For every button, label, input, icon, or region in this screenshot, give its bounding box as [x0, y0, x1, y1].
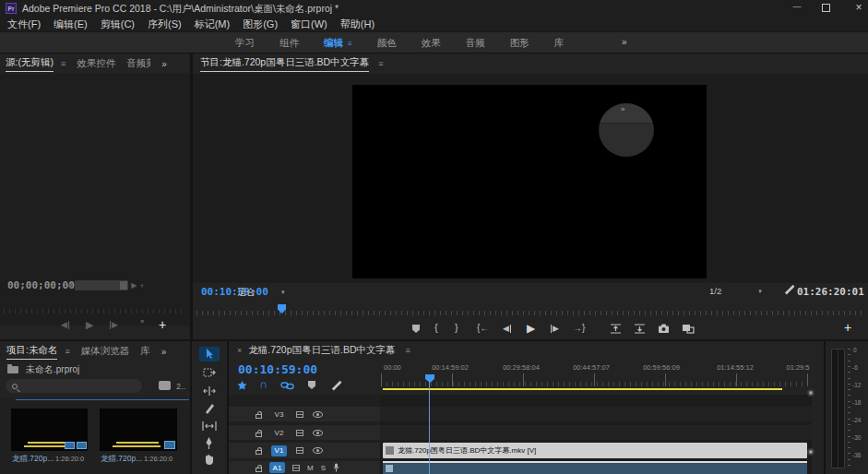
- program-settings-wrench-icon[interactable]: [783, 284, 795, 296]
- add-marker-button-icon[interactable]: [412, 325, 420, 333]
- track-lock-icon[interactable]: [256, 414, 262, 419]
- sync-lock-icon[interactable]: [292, 465, 300, 471]
- tab-source[interactable]: 源:(无剪辑): [6, 56, 54, 72]
- track-output-eye-icon[interactable]: [313, 430, 323, 436]
- breadcrumb-label[interactable]: 未命名.prproj: [26, 363, 79, 376]
- timeline-playhead-line[interactable]: [429, 382, 430, 474]
- track-lock-icon[interactable]: [256, 450, 262, 455]
- export-frame-camera-icon[interactable]: [658, 324, 670, 334]
- program-panel-menu-icon[interactable]: ≡: [378, 59, 383, 68]
- source-transport-overflow-icon[interactable]: »: [140, 317, 144, 326]
- program-zoom-select[interactable]: 适合 ▾: [237, 286, 285, 299]
- slip-tool[interactable]: [202, 421, 217, 432]
- play-button-icon[interactable]: ▶: [527, 323, 535, 334]
- source-scrubber[interactable]: [4, 304, 186, 314]
- mute-button[interactable]: M: [307, 464, 314, 472]
- workspace-tab-editing[interactable]: 编辑: [324, 37, 343, 50]
- workspace-tab-audio[interactable]: 音频: [466, 37, 485, 50]
- timeline-scrollbar-handle[interactable]: [807, 389, 814, 397]
- sync-lock-icon[interactable]: [296, 447, 303, 454]
- program-add-button-icon[interactable]: +: [844, 320, 851, 335]
- sync-lock-icon[interactable]: [296, 411, 303, 418]
- extract-button-icon[interactable]: [634, 324, 646, 334]
- workspace-tab-color[interactable]: 颜色: [377, 37, 397, 50]
- tab-audio-clip-mixer[interactable]: 音频剪辑混合器: [126, 57, 150, 70]
- menu-graphics[interactable]: 图形(G): [243, 18, 278, 31]
- overlay-chevron-icon[interactable]: »: [621, 105, 624, 113]
- project-item-name[interactable]: 龙猫.720p...: [12, 454, 54, 465]
- source-add-button-icon[interactable]: +: [159, 317, 166, 332]
- timeline-scrollbar-handle[interactable]: [807, 448, 814, 456]
- tab-project[interactable]: 项目:未命名: [6, 344, 57, 360]
- project-search-box[interactable]: [6, 379, 142, 393]
- menu-sequence[interactable]: 序列(S): [148, 18, 182, 31]
- menu-markers[interactable]: 标记(M): [195, 18, 231, 31]
- voiceover-mic-icon[interactable]: [333, 463, 339, 472]
- workspace-tab-learning[interactable]: 学习: [235, 37, 255, 50]
- project-item-thumbnail[interactable]: [100, 409, 177, 451]
- linked-selection-icon[interactable]: [280, 380, 294, 391]
- tab-media-browser[interactable]: 媒体浏览器: [81, 345, 130, 358]
- source-step-forward-button[interactable]: ▶: [110, 321, 118, 329]
- source-step-back-button[interactable]: ◀: [61, 321, 69, 329]
- workspace-overflow-icon[interactable]: »: [622, 37, 627, 47]
- tab-sequence[interactable]: 龙猫.720p国粤日三语.BD中文字幕: [248, 344, 395, 357]
- step-forward-button[interactable]: ▶: [551, 325, 559, 333]
- go-to-out-button[interactable]: →}: [573, 324, 585, 333]
- track-output-eye-icon[interactable]: [313, 411, 323, 418]
- workspace-tab-libraries[interactable]: 库: [554, 37, 565, 50]
- comparison-view-icon[interactable]: [682, 324, 695, 334]
- razor-tool[interactable]: [204, 403, 215, 414]
- go-to-in-button[interactable]: {←: [477, 324, 489, 333]
- workspace-tab-assembly[interactable]: 组件: [279, 37, 299, 50]
- audio-clip[interactable]: [383, 461, 807, 474]
- program-scrubber[interactable]: [196, 304, 864, 315]
- source-tabs-overflow-icon[interactable]: »: [161, 59, 167, 69]
- snap-magnet-icon[interactable]: ∩: [259, 378, 268, 392]
- project-tabs-overflow-icon[interactable]: »: [161, 347, 167, 357]
- hand-tool[interactable]: [203, 454, 215, 466]
- track-lock-icon[interactable]: [256, 433, 262, 437]
- track-select-forward-tool[interactable]: [203, 367, 216, 378]
- menu-window[interactable]: 窗口(W): [291, 18, 327, 31]
- mark-in-button-icon[interactable]: {: [434, 323, 438, 333]
- project-item-thumbnail[interactable]: [11, 409, 88, 451]
- track-output-eye-icon[interactable]: [313, 447, 323, 454]
- track-target-v2[interactable]: V2: [271, 427, 287, 438]
- source-play-button[interactable]: ▶: [86, 320, 93, 330]
- nest-sequence-icon[interactable]: [236, 380, 248, 391]
- timeline-tab-close-icon[interactable]: ×: [237, 346, 242, 355]
- source-panel-menu-icon[interactable]: ≡: [61, 59, 65, 68]
- program-resolution-select[interactable]: 1/2 ▾: [709, 286, 762, 296]
- mark-out-button-icon[interactable]: }: [455, 323, 458, 333]
- new-bin-icon[interactable]: [159, 381, 171, 390]
- menu-file[interactable]: 文件(F): [7, 18, 41, 31]
- menu-edit[interactable]: 编辑(E): [54, 18, 88, 31]
- tab-program[interactable]: 节目:龙猫.720p国粤日三语.BD中文字幕: [200, 56, 369, 72]
- project-item-name[interactable]: 龙猫.720p...: [101, 454, 142, 465]
- ripple-edit-tool[interactable]: [203, 385, 216, 397]
- video-clip[interactable]: 龙猫.720p国粤日三语.BD中文字幕.mkv [V]: [383, 443, 807, 458]
- track-target-v3[interactable]: V3: [271, 409, 287, 420]
- menu-clip[interactable]: 剪辑(C): [101, 18, 135, 31]
- maximize-button-icon[interactable]: [822, 4, 830, 12]
- timeline-ruler[interactable]: 00:00 00:14:59:02 00:29:58:04 00:44:57:0…: [381, 361, 812, 391]
- tab-effect-controls[interactable]: 效果控件: [77, 57, 115, 70]
- workspace-tab-editing-menu-icon[interactable]: ≡: [348, 40, 352, 48]
- project-panel-menu-icon[interactable]: ≡: [65, 347, 69, 356]
- lift-button-icon[interactable]: [610, 324, 622, 334]
- workspace-tab-effects[interactable]: 效果: [422, 37, 441, 50]
- close-button-icon[interactable]: ×: [850, 1, 867, 14]
- step-back-button[interactable]: ◀: [503, 325, 511, 333]
- timeline-settings-wrench-icon[interactable]: [330, 380, 342, 392]
- track-lock-icon[interactable]: [256, 468, 262, 472]
- tab-libraries[interactable]: 库: [140, 345, 150, 358]
- selection-tool[interactable]: [199, 347, 220, 361]
- search-input[interactable]: [23, 381, 125, 392]
- menu-help[interactable]: 帮助(H): [340, 18, 375, 31]
- pen-tool[interactable]: [204, 437, 214, 449]
- timeline-panel-menu-icon[interactable]: ≡: [406, 346, 410, 355]
- track-target-a1[interactable]: A1: [269, 462, 285, 473]
- minimize-button-icon[interactable]: —: [789, 2, 805, 11]
- track-target-v1[interactable]: V1: [271, 445, 287, 456]
